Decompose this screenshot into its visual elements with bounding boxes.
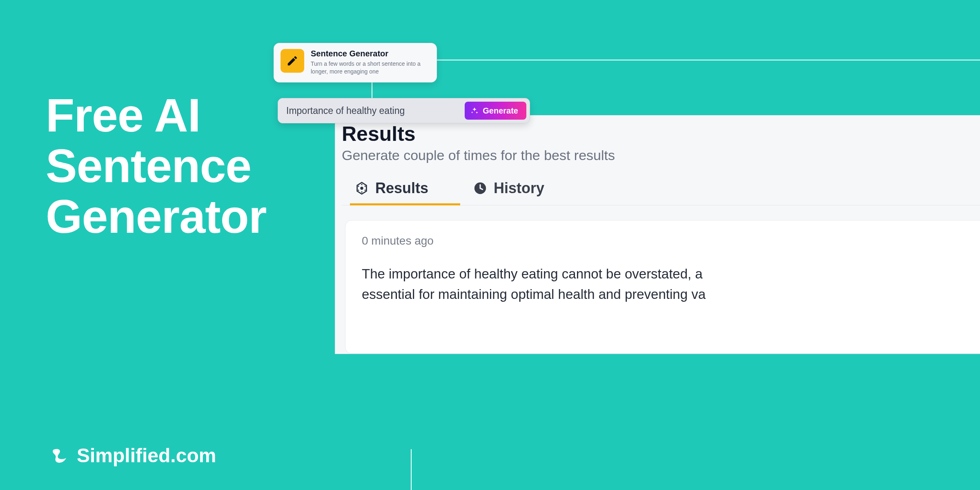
tab-history-label: History [494,180,544,197]
brand: Simplified.com [50,444,216,467]
results-icon [355,181,369,195]
generate-button[interactable]: Generate [465,102,526,120]
tool-title: Sentence Generator [311,49,429,58]
results-subheading: Generate couple of times for the best re… [342,147,980,163]
tool-description: Turn a few words or a short sentence int… [311,60,429,76]
tab-history[interactable]: History [473,175,544,205]
hero-line-3: Generator [46,191,267,242]
connector-line-vertical-top [372,81,372,99]
result-text: The importance of healthy eating cannot … [362,264,980,304]
generate-button-label: Generate [483,106,518,116]
result-timestamp: 0 minutes ago [362,234,980,247]
prompt-input[interactable] [286,105,465,116]
tool-card[interactable]: Sentence Generator Turn a few words or a… [274,43,437,82]
svg-line-6 [358,190,359,190]
svg-line-5 [365,186,365,186]
active-tab-underline [350,203,460,205]
tab-results-label: Results [375,180,428,197]
results-panel: Results Generate couple of times for the… [335,115,980,354]
results-tabs: Results History [342,175,980,205]
clock-icon [473,181,487,195]
connector-line-vertical-bottom [411,449,412,490]
results-heading: Results [342,122,980,146]
hero-line-1: Free AI [46,90,267,140]
connector-line-horizontal [437,60,980,60]
svg-point-1 [361,187,363,189]
brand-name: Simplified.com [77,444,216,467]
sparkle-icon [470,107,479,115]
tab-results[interactable]: Results [355,175,428,205]
hero-headline: Free AI Sentence Generator [46,90,267,242]
pencil-icon [281,49,304,73]
simplified-logo-icon [50,446,69,466]
svg-line-4 [358,186,359,186]
result-card[interactable]: 0 minutes ago The importance of healthy … [345,220,980,354]
hero-line-2: Sentence [46,140,267,191]
svg-line-7 [365,190,365,190]
prompt-input-bar: Generate [278,98,530,123]
